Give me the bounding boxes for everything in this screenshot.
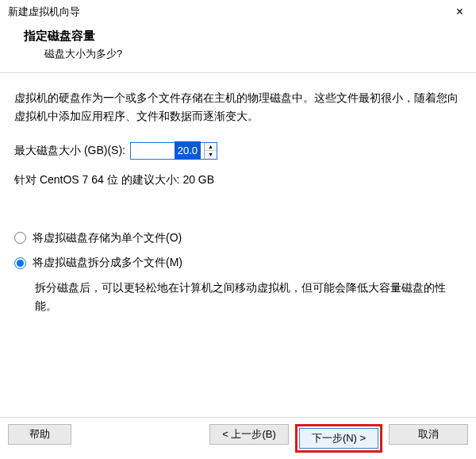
titlebar: 新建虚拟机向导 × (0, 0, 476, 22)
radio-single-label: 将虚拟磁盘存储为单个文件(O) (33, 229, 182, 247)
radio-single-input[interactable] (14, 232, 26, 244)
header: 指定磁盘容量 磁盘大小为多少? (0, 22, 476, 72)
radio-split-desc: 拆分磁盘后，可以更轻松地在计算机之间移动虚拟机，但可能会降低大容量磁盘的性能。 (14, 279, 462, 317)
close-icon[interactable]: × (451, 5, 468, 19)
content: 虚拟机的硬盘作为一个或多个文件存储在主机的物理磁盘中。这些文件最初很小，随着您向… (0, 73, 476, 332)
storage-radio-group: 将虚拟磁盘存储为单个文件(O) 将虚拟磁盘拆分成多个文件(M) 拆分磁盘后，可以… (14, 229, 462, 316)
disk-size-spinner[interactable]: 20.0 ▲ ▼ (130, 142, 217, 160)
radio-single-file[interactable]: 将虚拟磁盘存储为单个文件(O) (14, 229, 462, 247)
help-button[interactable]: 帮助 (8, 424, 71, 445)
page-subheading: 磁盘大小为多少? (24, 47, 463, 61)
disk-size-value[interactable]: 20.0 (175, 141, 201, 160)
next-button[interactable]: 下一步(N) > (299, 428, 378, 449)
radio-split-input[interactable] (14, 257, 26, 269)
footer: 帮助 < 上一步(B) 下一步(N) > 取消 (0, 417, 476, 459)
footer-spacer (78, 424, 203, 453)
disk-size-label: 最大磁盘大小 (GB)(S): (14, 141, 125, 160)
spinner-buttons[interactable]: ▲ ▼ (204, 143, 217, 159)
radio-split-files[interactable]: 将虚拟磁盘拆分成多个文件(M) (14, 253, 462, 272)
recommend-text: 针对 CentOS 7 64 位 的建议大小: 20 GB (14, 171, 462, 189)
window-title: 新建虚拟机向导 (8, 5, 80, 19)
disk-size-row: 最大磁盘大小 (GB)(S): 20.0 ▲ ▼ (14, 141, 462, 160)
page-heading: 指定磁盘容量 (24, 29, 463, 44)
intro-text: 虚拟机的硬盘作为一个或多个文件存储在主机的物理磁盘中。这些文件最初很小，随着您向… (14, 89, 462, 125)
radio-split-label: 将虚拟磁盘拆分成多个文件(M) (33, 253, 182, 272)
spinner-up-icon[interactable]: ▲ (205, 143, 217, 152)
next-highlight: 下一步(N) > (295, 424, 382, 453)
spinner-down-icon[interactable]: ▼ (205, 151, 217, 159)
back-button[interactable]: < 上一步(B) (209, 424, 289, 445)
cancel-button[interactable]: 取消 (389, 424, 468, 445)
